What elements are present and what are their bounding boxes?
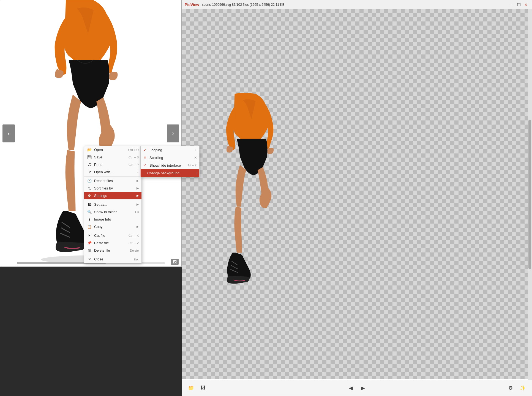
submenu-scrolling-label: Scrolling [149,156,192,160]
menu-separator-4 [84,255,141,255]
menu-item-close[interactable]: ✕ Close Esc [84,255,141,263]
window-minimize-button[interactable]: – [509,2,515,8]
recent-icon: 🕐 [87,179,92,183]
next-arrow-icon: › [172,130,174,137]
scrollbar-thumb [528,120,531,268]
submenu-change-bg-shortcut: I [196,171,197,175]
next-nav-button[interactable]: ▶ [358,383,368,393]
sort-arrow-icon: ▶ [137,186,139,190]
menu-item-cut[interactable]: ✂ Cut file Ctrl + X [84,232,141,239]
menu-item-set-as[interactable]: 🖼 Set as... ▶ [84,201,141,208]
submenu-scrolling-shortcut: X [195,156,197,159]
menu-set-as-label: Set as... [94,202,134,207]
app-logo: PicView [185,2,199,7]
window-controls: – ❐ ✕ [509,2,529,8]
sort-icon: ⇅ [87,186,92,190]
menu-delete-label: Delete file [94,248,127,252]
menu-item-copy[interactable]: 📋 Copy ▶ [84,223,141,230]
open-icon: 📂 [87,148,92,152]
context-menu: 📂 Open Ctrl + O 💾 Save Ctrl + S 🖨 Print … [84,146,142,263]
looping-check-icon: ✓ [143,148,147,152]
menu-open-with-shortcut: E [137,170,139,174]
folder-button[interactable]: 📁 [186,383,196,393]
menu-cut-shortcut: Ctrl + X [129,234,139,237]
menu-print-shortcut: Ctrl + P [129,163,139,166]
menu-item-image-info[interactable]: ℹ Image Info [84,216,141,223]
menu-item-print[interactable]: 🖨 Print Ctrl + P [84,161,141,168]
menu-copy-label: Copy [94,225,134,229]
gallery-button[interactable]: 🖼 [198,383,208,393]
recent-arrow-icon: ▶ [137,179,139,183]
menu-item-sort[interactable]: ⇅ Sort files by ▶ [84,185,141,192]
window-title: sports-1050966.svg 87/102 files (1665 x … [202,3,509,7]
menu-open-shortcut: Ctrl + O [128,148,139,152]
magic-button[interactable]: ✨ [518,383,528,393]
scrolling-check-icon: ✕ [143,155,147,160]
menu-open-with-label: Open with... [94,170,133,174]
cut-icon: ✂ [87,233,92,238]
right-window: PicView sports-1050966.svg 87/102 files … [182,0,532,396]
menu-item-save[interactable]: 💾 Save Ctrl + S [84,153,141,161]
submenu-item-change-bg[interactable]: · Change background I [141,169,199,177]
image-canvas [182,9,532,379]
menu-delete-shortcut: Delete [130,249,139,252]
menu-recent-label: Recent files [94,179,134,183]
set-as-icon: 🖼 [87,202,92,207]
change-bg-check-icon: · [143,171,144,175]
menu-item-settings[interactable]: ⚙ Settings ▶ [84,192,141,199]
save-icon: 💾 [87,155,92,159]
submenu-looping-label: Looping [149,148,193,152]
menu-cut-label: Cut file [94,233,125,238]
menu-item-show-folder[interactable]: 🔍 Show in folder F3 [84,208,141,216]
menu-save-shortcut: Ctrl + S [129,156,139,159]
window-restore-button[interactable]: ❐ [516,2,522,8]
prev-arrow-button[interactable]: ‹ [2,125,15,142]
menu-save-label: Save [94,155,125,159]
copy-arrow-icon: ▶ [137,225,139,229]
window-close-button[interactable]: ✕ [523,2,529,8]
submenu-item-looping[interactable]: ✓ Looping L [141,146,199,154]
gallery-corner-icon[interactable]: 🖼 [171,259,179,265]
menu-separator-3 [84,231,141,231]
prev-nav-button[interactable]: ◀ [346,383,356,393]
menu-item-delete[interactable]: 🗑 Delete file Delete [84,247,141,254]
submenu-show-hide-shortcut: Alt + Z [188,164,197,167]
right-titlebar: PicView sports-1050966.svg 87/102 files … [182,0,532,9]
vertical-scrollbar[interactable] [528,9,532,380]
set-as-arrow-icon: ▶ [137,203,139,206]
settings-submenu: ✓ Looping L ✕ Scrolling X ✓ Show/hide in… [140,146,200,177]
menu-print-label: Print [94,163,125,167]
menu-item-paste[interactable]: 📌 Paste file Ctrl + V [84,239,141,247]
toolbar-right-group: ⚙ ✨ [506,383,528,393]
menu-paste-shortcut: Ctrl + V [129,241,139,245]
menu-paste-label: Paste file [94,241,125,245]
prev-arrow-icon: ‹ [8,130,10,137]
settings-arrow-icon: ▶ [137,194,139,197]
delete-icon: 🗑 [87,248,92,252]
menu-separator-1 [84,176,141,177]
toolbar-left-group: 📁 🖼 [186,383,208,393]
menu-show-folder-shortcut: F3 [135,210,139,214]
menu-item-open[interactable]: 📂 Open Ctrl + O [84,146,141,153]
menu-sort-label: Sort files by [94,186,134,190]
submenu-item-show-hide[interactable]: ✓ Show/hide interface Alt + Z [141,161,199,169]
menu-item-open-with[interactable]: ↗ Open with... E [84,168,141,176]
menu-separator-2 [84,200,141,200]
menu-close-label: Close [94,257,130,261]
bottom-toolbar: 📁 🖼 ◀ ▶ ⚙ ✨ [182,380,532,396]
paste-icon: 📌 [87,241,92,245]
menu-show-folder-label: Show in folder [94,210,132,214]
open-with-icon: ↗ [87,170,92,174]
submenu-item-scrolling[interactable]: ✕ Scrolling X [141,154,199,161]
menu-open-label: Open [94,148,125,152]
settings-button[interactable]: ⚙ [506,383,515,393]
next-arrow-button[interactable]: › [167,125,179,142]
close-menu-icon: ✕ [87,257,92,261]
image-info-icon: ℹ [87,217,92,221]
settings-menu-icon: ⚙ [87,194,92,198]
runner-image-right [201,9,306,379]
menu-item-recent[interactable]: 🕐 Recent files ▶ [84,177,141,185]
menu-close-shortcut: Esc [134,258,139,261]
show-hide-check-icon: ✓ [143,163,147,167]
toolbar-center-group: ◀ ▶ [346,383,368,393]
